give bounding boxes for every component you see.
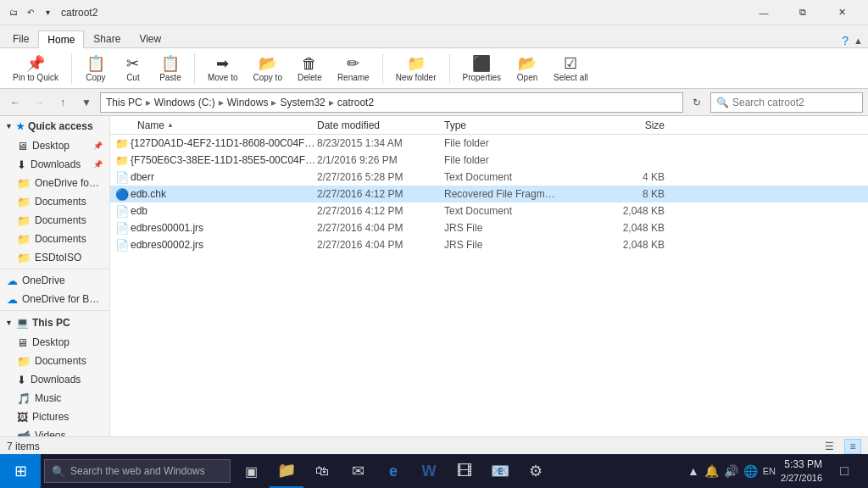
table-row[interactable]: 📁 {127D0A1D-4EF2-11D1-8608-00C04FC295EE}… [110,135,868,152]
edge-taskbar-button[interactable]: e [376,454,410,488]
restore-button[interactable]: ⧉ [783,0,822,25]
action-center-button[interactable]: □ [827,454,861,488]
breadcrumb-system32[interactable]: System32 [280,97,325,108]
main-container: ▼ ★ Quick access 🖥 Desktop 📌 ⬇ Downloads… [0,116,868,436]
breadcrumb-this-pc[interactable]: This PC [106,97,142,108]
hidden-icons-button[interactable]: ▲ [687,464,699,478]
cut-button[interactable]: ✂ Cut [116,52,150,85]
close-button[interactable]: ✕ [822,0,861,25]
view-list-button[interactable]: ☰ [821,439,837,454]
undo-icon[interactable]: ↶ [24,6,37,19]
up-button[interactable]: ↑ [53,92,73,113]
word-taskbar-button[interactable]: W [412,454,446,488]
sidebar-item-downloads[interactable]: ⬇ Downloads 📌 [0,155,109,174]
search-input[interactable] [732,97,843,108]
table-row[interactable]: 📄 edbres00001.jrs 2/27/2016 4:04 PM JRS … [110,219,868,236]
breadcrumb[interactable]: This PC ▸ Windows (C:) ▸ Windows ▸ Syste… [100,92,683,113]
move-icon: ➡ [216,54,229,73]
tab-file[interactable]: File [3,30,38,47]
delete-button[interactable]: 🗑 Delete [292,52,328,85]
table-row[interactable]: 📄 dberr 2/27/2016 5:28 PM Text Document … [110,169,868,186]
table-row[interactable]: 📄 edbres00002.jrs 2/27/2016 4:04 PM JRS … [110,236,868,253]
breadcrumb-sep-4: ▸ [329,97,334,108]
network-tray-icon[interactable]: 🌐 [743,464,758,478]
new-folder-button[interactable]: 📁 New folder [390,52,442,85]
ribbon-tabs: File Home Share View ? ▲ [0,25,868,47]
pc-desktop-icon: 🖥 [17,336,28,349]
forward-button[interactable]: → [29,92,49,113]
paste-icon: 📋 [161,54,180,73]
recent-locations-button[interactable]: ▼ [76,92,97,113]
ribbon-expand-icon[interactable]: ▲ [854,36,863,46]
select-all-button[interactable]: ☑ Select all [548,52,594,85]
open-icon: 📂 [518,54,537,73]
open-button[interactable]: 📂 Open [510,52,544,85]
sidebar-item-pc-pictures[interactable]: 🖼 Pictures [0,408,109,426]
language-icon[interactable]: EN [763,466,776,476]
col-header-name[interactable]: Name ▲ [114,119,317,131]
search-box[interactable]: 🔍 [710,92,863,113]
view-details-button[interactable]: ≡ [844,439,861,454]
sidebar-item-documents-2[interactable]: 📁 Documents [0,211,109,230]
volume-icon[interactable]: 🔊 [724,464,738,478]
table-row[interactable]: 📄 edb 2/27/2016 4:12 PM Text Document 2,… [110,202,868,219]
ribbon-content: 📌 Pin to Quick 📋 Copy ✂ Cut 📋 Paste ➡ Mo… [0,47,868,88]
copy-button[interactable]: 📋 Copy [79,52,113,85]
properties-button[interactable]: ⬛ Properties [457,52,508,85]
tab-home[interactable]: Home [38,30,84,48]
copy-to-icon: 📂 [259,54,277,73]
start-button[interactable]: ⊞ [0,454,41,488]
explorer-taskbar-button[interactable]: 📁 [270,454,303,488]
taskview-button[interactable]: ▣ [234,454,268,488]
sidebar-item-desktop[interactable]: 🖥 Desktop 📌 [0,136,109,155]
sidebar-item-onedrive[interactable]: ☁ OneDrive [0,271,109,290]
copy-to-button[interactable]: 📂 Copy to [248,52,288,85]
rename-button[interactable]: ✏ Rename [331,52,376,85]
this-pc-header[interactable]: ▼ 💻 This PC [0,313,109,333]
quick-access-header[interactable]: ▼ ★ Quick access [0,116,109,136]
outlook-taskbar-button[interactable]: 📧 [483,454,517,488]
sidebar-item-esdtoiso[interactable]: 📁 ESDtoISO [0,248,109,267]
clock[interactable]: 5:33 PM 2/27/2016 [781,458,822,485]
film-taskbar-button[interactable]: 🎞 [448,454,481,488]
divider-2 [0,310,109,311]
settings-taskbar-button[interactable]: ⚙ [519,454,553,488]
tab-share[interactable]: Share [84,30,130,47]
sidebar-item-onedrive-biz-qa[interactable]: 📁 OneDrive for Bus… [0,174,109,192]
breadcrumb-drive[interactable]: Windows (C:) [154,97,215,108]
breadcrumb-windows[interactable]: Windows [227,97,269,108]
move-button[interactable]: ➡ Move to [202,52,244,85]
sidebar: ▼ ★ Quick access 🖥 Desktop 📌 ⬇ Downloads… [0,116,110,436]
refresh-button[interactable]: ↻ [687,92,707,113]
ribbon-help-icon[interactable]: ? [842,34,849,47]
col-header-date[interactable]: Date modified [317,119,444,131]
store-taskbar-button[interactable]: 🛍 [305,454,339,488]
pin-indicator-2: 📌 [93,160,103,169]
tab-view[interactable]: View [130,30,170,47]
sidebar-item-pc-desktop[interactable]: 🖥 Desktop [0,333,109,352]
sidebar-item-pc-videos[interactable]: 📹 Videos [0,426,109,436]
chevron-icon: ▼ [5,122,13,130]
table-row[interactable]: 🔵 edb.chk 2/27/2016 4:12 PM Recovered Fi… [110,186,868,202]
pin-icon: 📌 [26,54,45,73]
breadcrumb-catroot2[interactable]: catroot2 [337,97,374,108]
pin-quick-access-button[interactable]: 📌 Pin to Quick [7,52,64,85]
taskbar-search[interactable]: 🔍 Search the web and Windows [44,459,231,483]
dropdown-icon[interactable]: ▾ [41,6,54,19]
notification-icon[interactable]: 🔔 [704,464,719,478]
back-button[interactable]: ← [5,92,25,113]
chevron-pc-icon: ▼ [5,319,13,327]
sidebar-item-documents-1[interactable]: 📁 Documents [0,192,109,211]
sidebar-item-documents-3[interactable]: 📁 Documents [0,230,109,248]
table-row[interactable]: 📁 {F750E6C3-38EE-11D1-85E5-00C04FC295EE}… [110,152,868,169]
rename-icon: ✏ [347,54,359,73]
col-header-type[interactable]: Type [444,119,597,131]
minimize-button[interactable]: — [744,0,783,25]
sidebar-item-pc-music[interactable]: 🎵 Music [0,389,109,408]
sidebar-item-pc-downloads[interactable]: ⬇ Downloads [0,370,109,389]
paste-button[interactable]: 📋 Paste [153,52,187,85]
sidebar-item-pc-documents[interactable]: 📁 Documents [0,352,109,370]
col-header-size[interactable]: Size [597,119,665,131]
sidebar-item-onedrive-biz[interactable]: ☁ OneDrive for Busines… [0,290,109,308]
mail-taskbar-button[interactable]: ✉ [341,454,375,488]
